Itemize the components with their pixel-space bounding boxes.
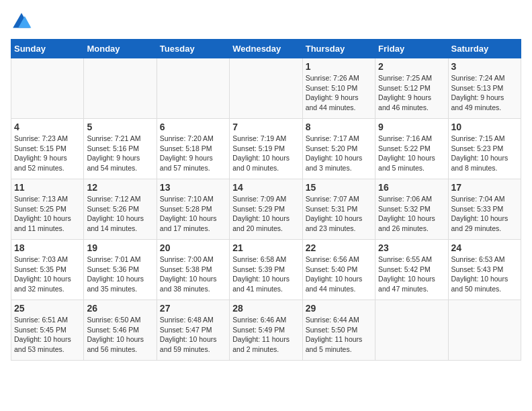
day-cell: 7Sunrise: 7:19 AM Sunset: 5:19 PM Daylig… — [230, 119, 302, 179]
day-info: Sunrise: 7:19 AM Sunset: 5:19 PM Dayligh… — [232, 134, 299, 173]
header-cell-sunday: Sunday — [11, 40, 84, 58]
week-row-5: 25Sunrise: 6:51 AM Sunset: 5:45 PM Dayli… — [11, 300, 521, 361]
day-number: 21 — [232, 242, 299, 253]
day-info: Sunrise: 6:46 AM Sunset: 5:49 PM Dayligh… — [232, 315, 299, 355]
day-info: Sunrise: 7:17 AM Sunset: 5:20 PM Dayligh… — [306, 134, 372, 173]
day-cell: 10Sunrise: 7:15 AM Sunset: 5:23 PM Dayli… — [448, 119, 521, 179]
header-cell-monday: Monday — [84, 40, 157, 58]
header-cell-thursday: Thursday — [302, 40, 375, 58]
header-row: SundayMondayTuesdayWednesdayThursdayFrid… — [11, 40, 521, 58]
day-info: Sunrise: 7:20 AM Sunset: 5:18 PM Dayligh… — [160, 134, 226, 173]
day-number: 6 — [160, 122, 226, 132]
day-cell — [157, 58, 229, 119]
day-number: 23 — [378, 242, 445, 253]
day-number: 28 — [232, 303, 299, 314]
day-cell: 12Sunrise: 7:12 AM Sunset: 5:26 PM Dayli… — [84, 179, 157, 240]
day-info: Sunrise: 6:55 AM Sunset: 5:42 PM Dayligh… — [378, 255, 445, 294]
day-cell: 1Sunrise: 7:26 AM Sunset: 5:10 PM Daylig… — [302, 58, 375, 119]
day-number: 10 — [451, 122, 518, 132]
logo-icon — [11, 11, 32, 32]
day-info: Sunrise: 7:21 AM Sunset: 5:16 PM Dayligh… — [87, 134, 153, 173]
logo — [11, 11, 35, 32]
day-info: Sunrise: 7:12 AM Sunset: 5:26 PM Dayligh… — [87, 194, 153, 234]
day-info: Sunrise: 6:44 AM Sunset: 5:50 PM Dayligh… — [306, 315, 372, 355]
day-number: 7 — [232, 122, 299, 132]
header-cell-saturday: Saturday — [448, 40, 521, 58]
day-info: Sunrise: 7:04 AM Sunset: 5:33 PM Dayligh… — [451, 194, 518, 234]
day-info: Sunrise: 7:16 AM Sunset: 5:22 PM Dayligh… — [378, 134, 445, 173]
day-info: Sunrise: 7:26 AM Sunset: 5:10 PM Dayligh… — [306, 73, 372, 113]
day-info: Sunrise: 7:10 AM Sunset: 5:28 PM Dayligh… — [160, 194, 226, 234]
day-number: 13 — [160, 182, 226, 193]
header — [11, 11, 521, 32]
day-cell: 19Sunrise: 7:01 AM Sunset: 5:36 PM Dayli… — [84, 240, 157, 300]
day-cell — [84, 58, 157, 119]
day-info: Sunrise: 6:50 AM Sunset: 5:46 PM Dayligh… — [87, 315, 153, 355]
day-number: 26 — [87, 303, 153, 314]
calendar-body: 1Sunrise: 7:26 AM Sunset: 5:10 PM Daylig… — [11, 58, 521, 361]
header-cell-tuesday: Tuesday — [157, 40, 229, 58]
day-cell: 21Sunrise: 6:58 AM Sunset: 5:39 PM Dayli… — [230, 240, 302, 300]
day-cell: 11Sunrise: 7:13 AM Sunset: 5:25 PM Dayli… — [11, 179, 84, 240]
day-cell — [230, 58, 302, 119]
day-info: Sunrise: 7:13 AM Sunset: 5:25 PM Dayligh… — [14, 194, 81, 234]
day-number: 11 — [14, 182, 81, 193]
day-info: Sunrise: 6:56 AM Sunset: 5:40 PM Dayligh… — [306, 255, 372, 294]
day-cell: 14Sunrise: 7:09 AM Sunset: 5:29 PM Dayli… — [230, 179, 302, 240]
day-cell: 22Sunrise: 6:56 AM Sunset: 5:40 PM Dayli… — [302, 240, 375, 300]
day-number: 17 — [451, 182, 518, 193]
day-number: 25 — [14, 303, 81, 314]
day-cell: 25Sunrise: 6:51 AM Sunset: 5:45 PM Dayli… — [11, 300, 84, 361]
day-number: 1 — [306, 61, 372, 72]
calendar-table: SundayMondayTuesdayWednesdayThursdayFrid… — [11, 39, 521, 361]
day-number: 20 — [160, 242, 226, 253]
day-cell: 17Sunrise: 7:04 AM Sunset: 5:33 PM Dayli… — [448, 179, 521, 240]
day-cell: 5Sunrise: 7:21 AM Sunset: 5:16 PM Daylig… — [84, 119, 157, 179]
day-info: Sunrise: 7:24 AM Sunset: 5:13 PM Dayligh… — [451, 73, 518, 113]
day-cell: 4Sunrise: 7:23 AM Sunset: 5:15 PM Daylig… — [11, 119, 84, 179]
day-cell: 3Sunrise: 7:24 AM Sunset: 5:13 PM Daylig… — [448, 58, 521, 119]
header-cell-friday: Friday — [375, 40, 448, 58]
day-number: 15 — [306, 182, 372, 193]
day-info: Sunrise: 7:00 AM Sunset: 5:38 PM Dayligh… — [160, 255, 226, 294]
day-info: Sunrise: 6:48 AM Sunset: 5:47 PM Dayligh… — [160, 315, 226, 355]
week-row-2: 4Sunrise: 7:23 AM Sunset: 5:15 PM Daylig… — [11, 119, 521, 179]
day-cell — [448, 300, 521, 361]
day-cell: 28Sunrise: 6:46 AM Sunset: 5:49 PM Dayli… — [230, 300, 302, 361]
day-cell: 24Sunrise: 6:53 AM Sunset: 5:43 PM Dayli… — [448, 240, 521, 300]
day-cell: 15Sunrise: 7:07 AM Sunset: 5:31 PM Dayli… — [302, 179, 375, 240]
week-row-4: 18Sunrise: 7:03 AM Sunset: 5:35 PM Dayli… — [11, 240, 521, 300]
day-number: 29 — [306, 303, 372, 314]
header-cell-wednesday: Wednesday — [230, 40, 302, 58]
day-number: 9 — [378, 122, 445, 132]
day-number: 5 — [87, 122, 153, 132]
day-cell: 26Sunrise: 6:50 AM Sunset: 5:46 PM Dayli… — [84, 300, 157, 361]
day-info: Sunrise: 7:06 AM Sunset: 5:32 PM Dayligh… — [378, 194, 445, 234]
day-info: Sunrise: 7:09 AM Sunset: 5:29 PM Dayligh… — [232, 194, 299, 234]
day-number: 27 — [160, 303, 226, 314]
day-info: Sunrise: 7:07 AM Sunset: 5:31 PM Dayligh… — [306, 194, 372, 234]
day-info: Sunrise: 7:03 AM Sunset: 5:35 PM Dayligh… — [14, 255, 81, 294]
day-number: 4 — [14, 122, 81, 132]
day-info: Sunrise: 7:23 AM Sunset: 5:15 PM Dayligh… — [14, 134, 81, 173]
week-row-3: 11Sunrise: 7:13 AM Sunset: 5:25 PM Dayli… — [11, 179, 521, 240]
day-number: 16 — [378, 182, 445, 193]
day-number: 12 — [87, 182, 153, 193]
day-cell: 6Sunrise: 7:20 AM Sunset: 5:18 PM Daylig… — [157, 119, 229, 179]
day-cell: 18Sunrise: 7:03 AM Sunset: 5:35 PM Dayli… — [11, 240, 84, 300]
day-cell: 16Sunrise: 7:06 AM Sunset: 5:32 PM Dayli… — [375, 179, 448, 240]
day-cell — [11, 58, 84, 119]
day-number: 19 — [87, 242, 153, 253]
day-number: 24 — [451, 242, 518, 253]
day-info: Sunrise: 6:51 AM Sunset: 5:45 PM Dayligh… — [14, 315, 81, 355]
day-number: 18 — [14, 242, 81, 253]
week-row-1: 1Sunrise: 7:26 AM Sunset: 5:10 PM Daylig… — [11, 58, 521, 119]
day-number: 22 — [306, 242, 372, 253]
day-info: Sunrise: 7:15 AM Sunset: 5:23 PM Dayligh… — [451, 134, 518, 173]
day-cell: 9Sunrise: 7:16 AM Sunset: 5:22 PM Daylig… — [375, 119, 448, 179]
day-cell: 2Sunrise: 7:25 AM Sunset: 5:12 PM Daylig… — [375, 58, 448, 119]
day-cell: 13Sunrise: 7:10 AM Sunset: 5:28 PM Dayli… — [157, 179, 229, 240]
day-number: 8 — [306, 122, 372, 132]
day-info: Sunrise: 7:01 AM Sunset: 5:36 PM Dayligh… — [87, 255, 153, 294]
day-info: Sunrise: 6:53 AM Sunset: 5:43 PM Dayligh… — [451, 255, 518, 294]
